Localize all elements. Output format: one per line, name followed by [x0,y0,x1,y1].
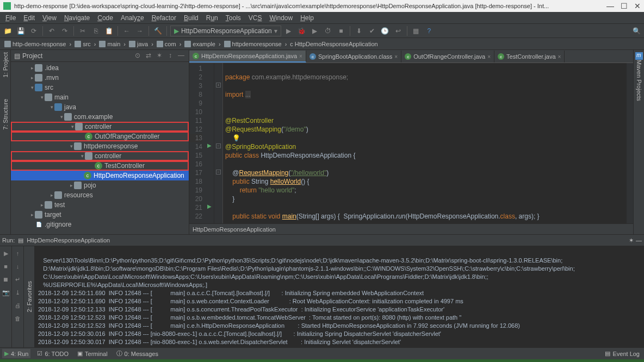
stop-button[interactable]: ■ [336,26,346,36]
paste-icon[interactable]: 📋 [103,26,114,36]
close-icon[interactable]: × [394,54,398,60]
scroll-from-icon[interactable]: ⊙ [133,52,142,60]
settings-icon[interactable]: ✶ [629,237,634,244]
menu-build[interactable]: Build [181,13,202,23]
fold-toggle[interactable]: − [216,170,221,174]
tab-terminal[interactable]: ▣Terminal [75,349,110,358]
down-icon[interactable]: ↓ [13,261,23,271]
redo-icon[interactable]: ↷ [59,26,70,36]
clear-icon[interactable]: 🗑 [13,314,23,323]
hide-icon[interactable]: — [636,237,642,244]
git-history-icon[interactable]: 🕒 [380,26,391,36]
code-area[interactable]: 1238910111213141516171819202122 ▶ ▶ + − … [189,63,633,223]
tree-node[interactable]: ▾java [11,102,189,112]
close-icon[interactable]: × [558,54,561,60]
menu-tools[interactable]: Tools [222,13,244,23]
tree-node-selected[interactable]: cHttpDemoResponseApplication [11,171,189,180]
console-output[interactable]: Server\130\Tools\Binn\;D:\Python\python3… [35,246,644,347]
crumb-example[interactable]: example [182,40,218,48]
help-icon[interactable]: ? [424,26,435,36]
run-button[interactable]: ▶ [283,26,294,36]
minimize-icon[interactable]: — [177,52,185,60]
cut-icon[interactable]: ✂ [77,26,88,36]
run-line-icon[interactable]: ▶ [207,203,212,209]
tree-node[interactable]: 📄.gitignore [11,220,189,229]
tab-maven[interactable]: Maven Projects [636,60,642,101]
scroll-map[interactable] [627,63,633,223]
editor-tab[interactable]: cOutOfRangeController.java× [401,51,494,63]
crumb-main[interactable]: main [97,40,122,48]
menu-edit[interactable]: Edit [20,13,38,23]
up-icon[interactable]: ↑ [13,248,23,258]
build-icon[interactable]: 🔨 [152,26,163,36]
tree-node[interactable]: ▾src [11,83,189,92]
hide-icon[interactable]: ↕ [166,52,175,60]
editor-breadcrumb[interactable]: HttpDemoResponseApplication [189,223,633,234]
tab-todo[interactable]: ☑6: TODO [35,349,71,358]
tree-node[interactable]: ▾com.example [11,112,189,122]
stop-icon[interactable]: ■ [1,261,11,271]
tab-favorites[interactable]: 2: Favorites [26,281,33,312]
close-icon[interactable]: × [299,53,302,59]
back-icon[interactable]: ← [121,26,132,36]
tree-node[interactable]: ▾httpdemoresponse [11,141,189,151]
tree-node[interactable]: ▸test [11,200,189,210]
search-icon[interactable]: 🔍 [631,26,642,36]
run-config-select[interactable]: ▶ HttpDemoResponseApplication ▾ [170,26,281,36]
settings-icon[interactable]: ✶ [155,52,164,60]
git-commit-icon[interactable]: ✔ [367,26,377,36]
fold-gutter[interactable]: + − − [214,63,223,223]
project-tree[interactable]: ▸.idea ▸.mvn ▾src ▾main ▾java ▾com.examp… [11,62,189,234]
menu-analyze[interactable]: Analyze [117,13,147,23]
tree-node[interactable]: ▸pojo [11,180,189,190]
editor-tab[interactable]: cTestController.java× [494,51,565,63]
menu-file[interactable]: File [2,13,19,23]
fold-toggle[interactable]: − [216,143,221,148]
tree-node[interactable]: ▸target [11,210,189,220]
save-icon[interactable]: 💾 [15,26,26,36]
copy-icon[interactable]: ⎘ [90,26,101,36]
tab-project[interactable]: 1: Project [2,52,9,77]
refresh-icon[interactable]: ⟳ [28,26,39,36]
menu-navigate[interactable]: Navigate [61,13,93,23]
menu-refactor[interactable]: Refactor [148,13,179,23]
tree-node[interactable]: ▸.idea [11,63,189,73]
tab-messages[interactable]: ⓘ0: Messages [114,348,160,359]
git-update-icon[interactable]: ⬇ [354,26,364,36]
print-icon[interactable]: 🖨 [13,301,23,310]
crumb-com[interactable]: com [154,40,178,48]
menu-help[interactable]: Help [297,13,317,23]
close-button[interactable]: ✕ [634,2,641,10]
close-icon[interactable]: × [487,54,491,60]
menu-code[interactable]: Code [94,13,116,23]
structure-icon[interactable]: ▦ [411,26,422,36]
run-line-icon[interactable]: ▶ [207,142,212,148]
open-icon[interactable]: 📁 [2,26,13,36]
profile-button[interactable]: ⏱ [323,26,333,36]
menu-vcs[interactable]: VCS [245,13,265,23]
tab-structure[interactable]: 7: Structure [2,99,9,130]
menu-run[interactable]: Run [203,13,221,23]
tree-node-highlighted[interactable]: ▾controller [11,122,189,132]
minimize-button[interactable]: — [606,2,614,10]
code-text[interactable]: package com.example.httpdemoresponse; im… [223,63,627,223]
dump-icon[interactable]: 📷 [1,288,11,297]
wrap-icon[interactable]: ↵ [13,274,23,284]
crumb-pkg[interactable]: httpdemoresponse [222,40,284,48]
fold-toggle[interactable]: + [216,83,221,88]
crumb-file[interactable]: cHttpDemoResponseApplication [288,40,380,48]
exit-icon[interactable]: ⏹ [1,274,11,284]
collapse-icon[interactable]: ⇄ [144,52,153,60]
menu-view[interactable]: View [39,13,60,23]
maximize-button[interactable]: ☐ [621,2,628,10]
crumb-java[interactable]: java [127,40,150,48]
crumb-src[interactable]: src [72,40,93,48]
tree-node-highlighted[interactable]: cOutOfRangeController [11,132,189,141]
editor-tab[interactable]: cSpringBootApplication.class× [306,51,401,63]
run-gutter[interactable]: ▶ ▶ [206,63,214,223]
scroll-icon[interactable]: ⤓ [13,288,23,297]
git-revert-icon[interactable]: ↩ [393,26,404,36]
tab-event-log[interactable]: ▤Event Log [603,349,642,358]
menu-window[interactable]: Window [266,13,296,23]
coverage-button[interactable]: ▶ [309,26,320,36]
